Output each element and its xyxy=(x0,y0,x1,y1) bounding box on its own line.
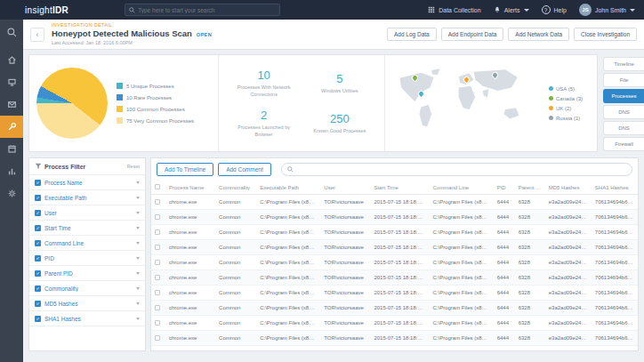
add-endpoint-data-button[interactable]: Add Endpoint Data xyxy=(441,28,504,41)
table-row[interactable]: chrome.exeCommonC:\Program Files (x86)\G… xyxy=(151,225,638,240)
add-comment-button[interactable]: Add Comment xyxy=(218,163,271,176)
checkbox-icon[interactable]: ✓ xyxy=(35,225,41,231)
checkbox-icon[interactable]: ✓ xyxy=(35,286,41,292)
table-row[interactable]: chrome.exeCommonC:\Program Files (x86)\G… xyxy=(151,301,638,316)
table-row[interactable]: chrome.exeCommonC:\Program Files (x86)\G… xyxy=(151,316,638,331)
checkbox-icon[interactable]: ✓ xyxy=(35,316,41,322)
row-checkbox[interactable] xyxy=(155,214,160,220)
user-menu[interactable]: JS John Smith xyxy=(579,4,635,16)
filter-item-executable-path[interactable]: ✓Executable Path xyxy=(29,190,145,205)
table-row[interactable]: chrome.exeCommonC:\Program Files (x86)\G… xyxy=(151,286,638,301)
select-all-checkbox[interactable] xyxy=(155,184,160,189)
row-checkbox[interactable] xyxy=(155,290,160,295)
tab-dns[interactable]: DNS xyxy=(603,105,644,119)
filter-item-start-time[interactable]: ✓Start Time xyxy=(29,221,145,236)
table-row[interactable]: chrome.exeCommonC:\Program Files (x86)\G… xyxy=(151,331,638,346)
row-checkbox[interactable] xyxy=(155,305,160,310)
filter-item-parent-pid[interactable]: ✓Parent PID xyxy=(29,266,145,281)
checkbox-icon[interactable]: ✓ xyxy=(35,240,41,246)
checkbox-icon[interactable]: ✓ xyxy=(35,180,41,186)
stat-value: 250 xyxy=(313,112,366,125)
table-row[interactable]: chrome.exeCommonC:\Program Files (x86)\G… xyxy=(151,195,638,210)
row-select-cell xyxy=(151,225,165,240)
add-network-data-button[interactable]: Add Network Data xyxy=(508,28,569,41)
filter-item-user[interactable]: ✓User xyxy=(29,205,145,221)
chevron-down-icon[interactable] xyxy=(136,272,140,275)
breadcrumb[interactable]: Investigation Detail xyxy=(52,22,212,28)
checkbox-icon[interactable]: ✓ xyxy=(35,270,41,277)
sidebar-item-endpoints[interactable] xyxy=(0,71,23,93)
row-checkbox[interactable] xyxy=(155,335,160,341)
add-to-timeline-button[interactable]: Add To Timeline xyxy=(157,163,213,176)
column-header-executable-path[interactable]: Executable Path xyxy=(256,181,320,195)
checkbox-icon[interactable]: ✓ xyxy=(35,301,41,307)
chevron-down-icon[interactable] xyxy=(136,287,140,290)
alerts-menu[interactable]: Alerts xyxy=(494,6,529,13)
column-header-pid[interactable]: PID xyxy=(494,181,515,195)
table-row[interactable]: chrome.exeCommonC:\Program Files (x86)\G… xyxy=(151,255,638,270)
sidebar-item-settings[interactable] xyxy=(0,182,23,205)
chevron-down-icon[interactable] xyxy=(136,197,140,199)
help-menu[interactable]: ? Help xyxy=(542,5,567,14)
filter-item-process-name[interactable]: ✓Process Name xyxy=(29,175,145,190)
sidebar-item-search[interactable] xyxy=(0,21,23,44)
column-header-sha1-hashes[interactable]: SHA1 Hashes xyxy=(592,181,638,195)
row-checkbox[interactable] xyxy=(155,199,160,205)
checkbox-icon[interactable]: ✓ xyxy=(35,255,41,261)
filter-item-command-line[interactable]: ✓Command Line xyxy=(29,236,145,251)
filter-item-commonality[interactable]: ✓Commonality xyxy=(29,281,145,296)
add-log-data-button[interactable]: Add Log Data xyxy=(387,28,437,41)
column-header-process-name[interactable]: Process Name xyxy=(165,181,215,195)
chevron-down-icon[interactable] xyxy=(136,318,140,320)
table-search-input[interactable] xyxy=(297,166,626,173)
cell: 2015-07-15 18:18:54 GMT xyxy=(370,286,429,301)
chevron-down-icon[interactable] xyxy=(136,212,140,214)
chevron-down-icon[interactable] xyxy=(136,181,140,184)
data-collection-menu[interactable]: Data Collection xyxy=(428,6,480,13)
column-header-start-time[interactable]: Start Time xyxy=(370,181,429,195)
row-checkbox[interactable] xyxy=(155,260,160,265)
sidebar-item-reports[interactable] xyxy=(0,160,23,182)
tab-firewall[interactable]: Firewall xyxy=(603,137,644,151)
filter-item-label: Process Name xyxy=(44,180,133,186)
back-button[interactable]: ‹ xyxy=(30,28,44,42)
column-header-command-line[interactable]: Command Line xyxy=(430,181,494,195)
table-row[interactable]: chrome.exeCommonC:\Program Files (x86)\G… xyxy=(151,270,638,286)
filter-item-label: Parent PID xyxy=(44,270,133,277)
table-row[interactable]: chrome.exeCommonC:\Program Files (x86)\G… xyxy=(151,240,638,255)
tab-processes[interactable]: Processes xyxy=(603,89,644,103)
sidebar-item-calendar[interactable] xyxy=(0,138,23,160)
checkbox-icon[interactable]: ✓ xyxy=(35,210,41,216)
filter-item-sha1-hashes[interactable]: ✓SHA1 Hashes xyxy=(29,311,145,326)
global-search-input[interactable] xyxy=(138,7,276,13)
row-checkbox[interactable] xyxy=(155,229,160,235)
row-checkbox[interactable] xyxy=(155,320,160,326)
filter-item-pid[interactable]: ✓PID xyxy=(29,251,145,266)
column-header-user[interactable]: User xyxy=(320,181,370,195)
column-header-md5-hashes[interactable]: MD5 Hashes xyxy=(545,181,592,195)
tab-dns[interactable]: DNS xyxy=(603,121,644,135)
tab-file[interactable]: File xyxy=(603,73,644,87)
table-search[interactable] xyxy=(281,163,632,176)
filter-item-label: Command Line xyxy=(44,240,133,246)
chevron-down-icon[interactable] xyxy=(136,257,140,260)
sidebar-item-home[interactable] xyxy=(0,49,23,71)
sidebar-item-alerts[interactable] xyxy=(0,93,23,116)
summary-section: 5 Unique Processes10 Rare Processes100 C… xyxy=(23,50,644,152)
column-header-commonality[interactable]: Commonality xyxy=(215,181,256,195)
row-checkbox[interactable] xyxy=(155,275,160,280)
chevron-down-icon[interactable] xyxy=(136,302,140,305)
global-search[interactable] xyxy=(125,4,280,16)
table-row[interactable]: chrome.exeCommonC:\Program Files (x86)\G… xyxy=(151,210,638,225)
row-checkbox[interactable] xyxy=(155,245,160,250)
tab-timeline[interactable]: Timeline xyxy=(603,57,644,71)
close-investigation-button[interactable]: Close Investigation xyxy=(574,28,637,41)
sidebar-item-investigations[interactable] xyxy=(0,116,23,138)
chevron-down-icon[interactable] xyxy=(136,242,140,245)
checkbox-icon[interactable]: ✓ xyxy=(35,195,41,201)
filter-item-md5-hashes[interactable]: ✓MD5 Hashes xyxy=(29,296,145,311)
chevron-down-icon[interactable] xyxy=(136,227,140,229)
chevron-down-icon xyxy=(630,9,635,12)
column-header-parent-pid[interactable]: Parent PID xyxy=(515,181,545,195)
filter-reset-link[interactable]: Reset xyxy=(127,164,140,169)
